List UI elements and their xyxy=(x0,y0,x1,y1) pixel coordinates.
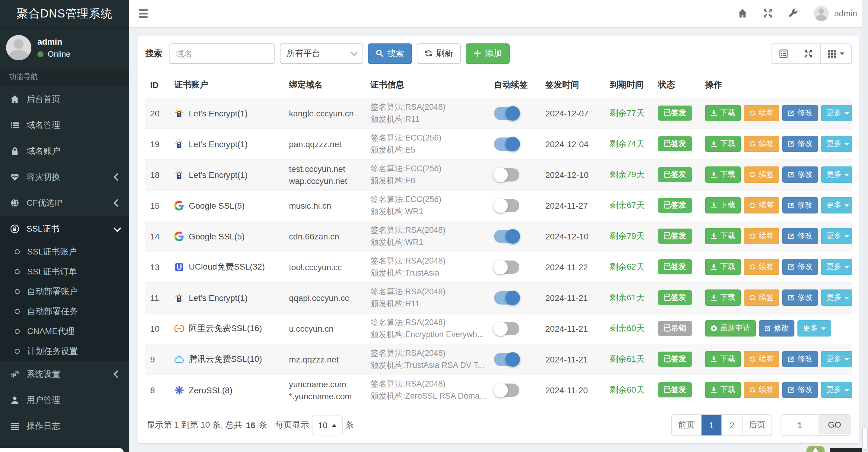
more-button[interactable]: 更多 xyxy=(821,197,852,214)
scrollbar-thumb[interactable] xyxy=(863,427,867,449)
edit-icon xyxy=(788,387,795,393)
sidebar-item-cron-settings[interactable]: 计划任务设置 xyxy=(0,341,129,361)
more-button[interactable]: 更多 xyxy=(821,105,852,121)
download-button[interactable]: 下载 xyxy=(705,228,741,244)
edit-button[interactable]: 修改 xyxy=(782,351,818,367)
renew-button[interactable]: 续签 xyxy=(744,351,779,367)
renew-button[interactable]: 续签 xyxy=(744,382,779,398)
auto-renew-toggle[interactable] xyxy=(494,168,519,181)
sidebar-item-ssl-accounts[interactable]: SSL证书账户 xyxy=(0,242,129,262)
more-button[interactable]: 更多 xyxy=(821,136,852,152)
edit-button[interactable]: 修改 xyxy=(782,289,818,306)
edit-button[interactable]: 修改 xyxy=(782,259,818,275)
cell-issued-date: 2024-12-04 xyxy=(540,128,605,159)
renew-button[interactable]: 续签 xyxy=(744,136,779,152)
reapply-button[interactable]: 重新申请 xyxy=(705,320,756,336)
platform-select[interactable]: 所有平台 xyxy=(280,43,363,64)
auto-renew-toggle[interactable] xyxy=(494,106,519,120)
more-button[interactable]: 更多 xyxy=(821,228,852,244)
edit-button[interactable]: 修改 xyxy=(782,228,818,244)
auto-renew-toggle[interactable] xyxy=(494,260,519,273)
auto-renew-toggle[interactable] xyxy=(494,199,519,212)
prev-page-button[interactable]: 前页 xyxy=(672,415,701,435)
renew-button[interactable]: 续签 xyxy=(744,166,779,183)
goto-page-input[interactable] xyxy=(781,415,818,435)
sidebar-item-ssl-orders[interactable]: SSL证书订单 xyxy=(0,262,129,282)
sidebar-item-ssl-cert[interactable]: SSL证书 xyxy=(0,216,129,242)
auto-renew-toggle[interactable] xyxy=(494,384,519,397)
edit-button[interactable]: 修改 xyxy=(759,320,795,336)
issuer: 颁发机构:E6 xyxy=(370,174,484,187)
auto-renew-toggle[interactable] xyxy=(494,229,519,243)
go-button[interactable]: GO xyxy=(818,415,850,434)
refresh-button[interactable]: 刷新 xyxy=(417,43,461,64)
sidebar-item-cname-proxy[interactable]: CNAME代理 xyxy=(0,321,129,341)
cell-domains: yuncname.com*.yuncname.com xyxy=(284,375,366,405)
next-page-button[interactable]: 后页 xyxy=(742,415,772,435)
renew-button[interactable]: 续签 xyxy=(744,289,779,306)
fullscreen-icon[interactable] xyxy=(763,9,773,19)
columns-button[interactable] xyxy=(820,43,852,64)
edit-button[interactable]: 修改 xyxy=(782,197,818,214)
sidebar-item-domain-accounts[interactable]: 域名账户 xyxy=(0,138,129,164)
scrollbar[interactable] xyxy=(862,0,868,452)
renew-button[interactable]: 续签 xyxy=(744,228,779,244)
renew-button[interactable]: 续签 xyxy=(744,197,779,214)
page-button-2[interactable]: 2 xyxy=(721,415,742,435)
download-button[interactable]: 下载 xyxy=(705,289,741,306)
more-button[interactable]: 更多 xyxy=(821,382,852,398)
toggle-knob xyxy=(505,290,520,305)
home-icon xyxy=(9,95,20,104)
download-button[interactable]: 下载 xyxy=(705,197,741,214)
page-button-1[interactable]: 1 xyxy=(701,415,721,435)
days-left: 剩余60天 xyxy=(610,323,645,332)
download-button[interactable]: 下载 xyxy=(705,136,741,152)
refresh-icon xyxy=(749,356,756,362)
download-button[interactable]: 下载 xyxy=(705,105,741,121)
toggle-view-button[interactable] xyxy=(771,43,796,64)
home-icon[interactable] xyxy=(738,9,747,19)
support-widget[interactable] xyxy=(806,446,825,452)
sidebar-item-failover[interactable]: 容灾切换 xyxy=(0,164,129,190)
more-button[interactable]: 更多 xyxy=(821,351,852,367)
domain-search-input[interactable] xyxy=(169,43,275,64)
page-size-select[interactable]: 10 xyxy=(312,415,343,435)
sidebar-item-deploy-accounts[interactable]: 自动部署账户 xyxy=(0,282,129,301)
sidebar-item-domain-manage[interactable]: 域名管理 xyxy=(0,112,129,138)
renew-button[interactable]: 续签 xyxy=(744,259,779,275)
sidebar-item-dashboard[interactable]: 后台首页 xyxy=(0,86,129,112)
edit-button[interactable]: 修改 xyxy=(782,136,818,152)
edit-button[interactable]: 修改 xyxy=(782,105,818,121)
sign-algorithm: 签名算法:ECC(256) xyxy=(370,132,484,144)
sidebar-item-op-logs[interactable]: 操作日志 xyxy=(0,413,129,439)
auto-renew-toggle[interactable] xyxy=(494,322,519,335)
button-label: 修改 xyxy=(774,323,789,333)
tools-icon[interactable] xyxy=(788,9,798,19)
download-button[interactable]: 下载 xyxy=(705,382,741,398)
add-button[interactable]: 添加 xyxy=(466,43,510,64)
chevron-down-icon xyxy=(351,49,358,56)
search-button[interactable]: 搜索 xyxy=(368,43,412,64)
download-button[interactable]: 下载 xyxy=(705,166,741,183)
edit-button[interactable]: 修改 xyxy=(782,382,818,398)
cell-auto-renew xyxy=(489,282,540,313)
more-button[interactable]: 更多 xyxy=(821,259,852,275)
edit-button[interactable]: 修改 xyxy=(782,166,818,183)
download-button[interactable]: 下载 xyxy=(705,351,741,367)
plus-icon xyxy=(473,50,482,57)
sidebar-item-cf-ip[interactable]: CF优选IP xyxy=(0,190,129,216)
more-button[interactable]: 更多 xyxy=(821,289,852,306)
more-button[interactable]: 更多 xyxy=(821,166,852,183)
fullscreen-table-button[interactable] xyxy=(796,43,821,64)
download-button[interactable]: 下载 xyxy=(705,259,741,275)
user-menu[interactable]: admin xyxy=(814,6,857,21)
sidebar-item-user-manage[interactable]: 用户管理 xyxy=(0,387,129,413)
renew-button[interactable]: 续签 xyxy=(744,105,779,121)
auto-renew-toggle[interactable] xyxy=(494,137,519,151)
more-button[interactable]: 更多 xyxy=(798,320,831,336)
sidebar-item-system-settings[interactable]: 系统设置 xyxy=(0,361,129,387)
sidebar-toggle-button[interactable] xyxy=(136,7,150,21)
sidebar-item-deploy-tasks[interactable]: 自动部署任务 xyxy=(0,301,129,321)
auto-renew-toggle[interactable] xyxy=(494,353,519,366)
auto-renew-toggle[interactable] xyxy=(494,291,519,304)
